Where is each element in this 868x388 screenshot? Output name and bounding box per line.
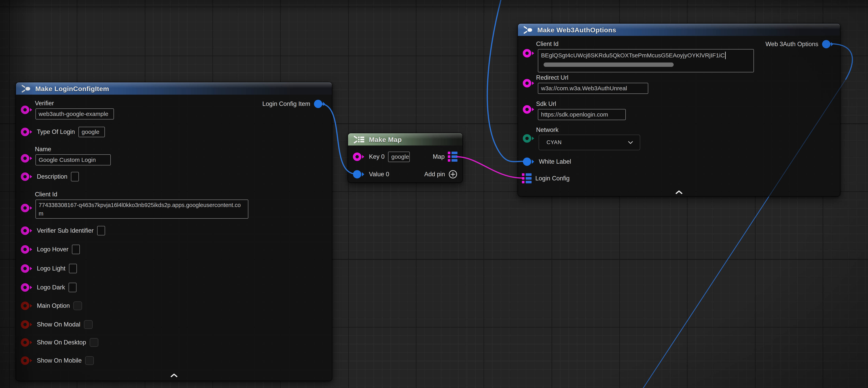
- sdk-url-input[interactable]: https://sdk.openlogin.com: [538, 109, 626, 120]
- pin-label-client-id: Client Id: [536, 40, 840, 48]
- add-pin-icon[interactable]: [448, 170, 458, 179]
- make-map-icon: [353, 135, 365, 144]
- string-pin-icon[interactable]: [20, 203, 33, 213]
- string-pin-icon[interactable]: [352, 152, 365, 162]
- show-on-desktop-checkbox[interactable]: [90, 338, 98, 347]
- map-pin-icon[interactable]: [448, 151, 458, 162]
- pin-label-value-0: Value 0: [369, 171, 389, 178]
- client-id-input[interactable]: BEglQSgt4cUWcj6SKRdu5QkOXTsePmMcusG5EAoy…: [538, 49, 754, 72]
- wire-web3authoptions-output-to-offscreen[interactable]: [642, 197, 769, 388]
- make-struct-icon: [21, 84, 32, 93]
- node-title: Make Map: [369, 136, 402, 144]
- name-input[interactable]: Google Custom Login: [35, 154, 111, 166]
- bool-pin-icon[interactable]: [20, 301, 33, 311]
- verifier-input[interactable]: web3auth-google-example: [35, 109, 114, 119]
- verifier-sub-identifier-input[interactable]: [97, 226, 105, 235]
- string-pin-icon[interactable]: [522, 78, 535, 88]
- string-pin-icon[interactable]: [20, 172, 33, 182]
- logo-dark-input[interactable]: [69, 283, 76, 292]
- bool-pin-icon[interactable]: [20, 337, 33, 348]
- logo-hover-input[interactable]: [72, 245, 80, 254]
- pin-label-white-label: White Label: [539, 158, 571, 165]
- node-make-web3authoptions[interactable]: Make Web3AuthOptions Web 3Auth Options C…: [518, 23, 840, 197]
- pin-label-logo-hover: Logo Hover: [37, 246, 68, 253]
- pin-label-description: Description: [37, 173, 67, 180]
- collapse-advanced-chevron-icon[interactable]: [170, 373, 178, 378]
- string-pin-icon[interactable]: [20, 263, 33, 274]
- node-header-make-web3authoptions[interactable]: Make Web3AuthOptions: [518, 24, 840, 36]
- show-on-mobile-checkbox[interactable]: [85, 356, 94, 365]
- string-pin-icon[interactable]: [522, 104, 535, 115]
- type-of-login-input[interactable]: google: [79, 127, 105, 137]
- node-title: Make LoginConfigItem: [35, 85, 109, 93]
- bool-pin-icon[interactable]: [20, 355, 33, 366]
- collapse-advanced-chevron-icon[interactable]: [675, 190, 683, 195]
- pin-label-show-on-modal: Show On Modal: [37, 321, 81, 328]
- pin-label-verifier-sub-identifier: Verifier Sub Identifier: [37, 227, 94, 234]
- string-pin-icon[interactable]: [20, 153, 33, 163]
- pin-label-type-of-login: Type Of Login: [37, 128, 75, 136]
- pin-label-verifier: Verifier: [35, 100, 332, 107]
- pin-label-redirect-url: Redirect Url: [536, 74, 840, 81]
- blueprint-graph-canvas[interactable]: Make LoginConfigItem Login Config Item V…: [0, 0, 868, 388]
- string-pin-icon[interactable]: [20, 282, 33, 293]
- string-pin-icon[interactable]: [20, 105, 33, 115]
- map-pin-icon[interactable]: [522, 173, 532, 184]
- pin-label-login-config: Login Config: [535, 175, 569, 182]
- pin-label-network: Network: [536, 126, 840, 133]
- wire-makemap-to-web3authoptions-loginconfig[interactable]: [457, 157, 523, 178]
- make-struct-icon: [523, 26, 534, 34]
- string-pin-icon[interactable]: [20, 226, 33, 236]
- show-on-modal-checkbox[interactable]: [84, 320, 93, 329]
- node-make-loginconfigitem[interactable]: Make LoginConfigItem Login Config Item V…: [16, 82, 332, 381]
- string-pin-icon[interactable]: [522, 48, 535, 58]
- chevron-down-icon: [628, 141, 633, 144]
- pin-label-logo-dark: Logo Dark: [37, 284, 65, 291]
- pin-label-sdk-url: Sdk Url: [536, 100, 840, 108]
- add-pin-label: Add pin: [424, 171, 445, 178]
- pin-label-client-id: Client Id: [35, 191, 332, 198]
- node-make-map[interactable]: Make Map Key 0 google Map Value 0 Add pi…: [348, 133, 463, 183]
- pin-label-name: Name: [35, 146, 332, 153]
- pin-label-map-out: Map: [433, 153, 445, 160]
- pin-label-main-option: Main Option: [37, 302, 70, 309]
- client-id-input[interactable]: 774338308167-q463s7kpvja16l4l0kko3nb925i…: [35, 200, 248, 219]
- description-input[interactable]: [71, 172, 79, 181]
- redirect-url-input[interactable]: w3a://com.w3a.Web3AuthUnreal: [538, 83, 648, 94]
- network-dropdown[interactable]: CYAN: [539, 135, 640, 150]
- textbox-horizontal-scrollbar[interactable]: [544, 62, 674, 67]
- pin-label-show-on-mobile: Show On Mobile: [37, 357, 82, 364]
- pin-label-key-0: Key 0: [369, 153, 384, 160]
- string-pin-icon[interactable]: [20, 127, 33, 137]
- pin-label-show-on-desktop: Show On Desktop: [37, 339, 86, 346]
- node-header-make-loginconfigitem[interactable]: Make LoginConfigItem: [16, 82, 332, 95]
- enum-pin-icon[interactable]: [522, 133, 535, 144]
- string-pin-icon[interactable]: [20, 244, 33, 255]
- key-0-input[interactable]: google: [388, 152, 410, 162]
- text-caret: [725, 52, 726, 59]
- node-title: Make Web3AuthOptions: [537, 26, 616, 34]
- logo-light-input[interactable]: [69, 264, 77, 273]
- pin-label-logo-light: Logo Light: [37, 265, 65, 272]
- bool-pin-icon[interactable]: [20, 319, 33, 330]
- main-option-checkbox[interactable]: [73, 301, 82, 310]
- node-header-make-map[interactable]: Make Map: [348, 133, 462, 146]
